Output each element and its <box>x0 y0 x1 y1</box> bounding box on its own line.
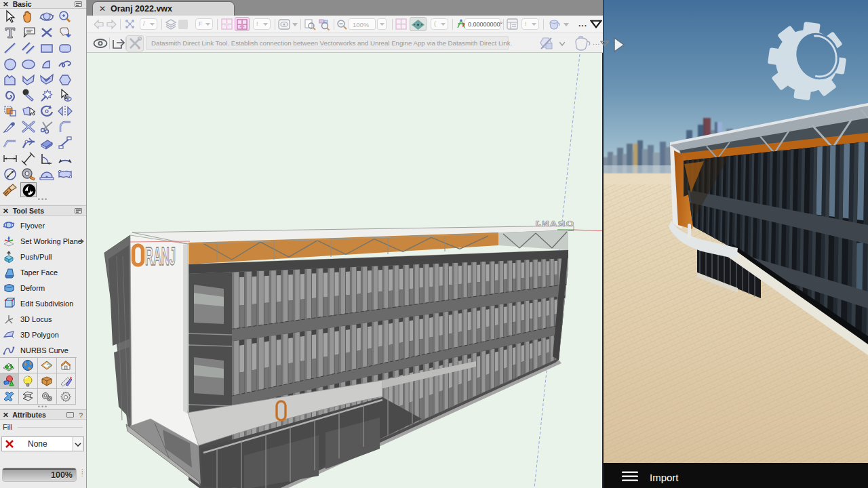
svg-text:RANJ: RANJ <box>145 243 176 270</box>
svg-text:ORANJ: ORANJ <box>534 220 574 228</box>
svg-text:Import: Import <box>650 472 679 483</box>
